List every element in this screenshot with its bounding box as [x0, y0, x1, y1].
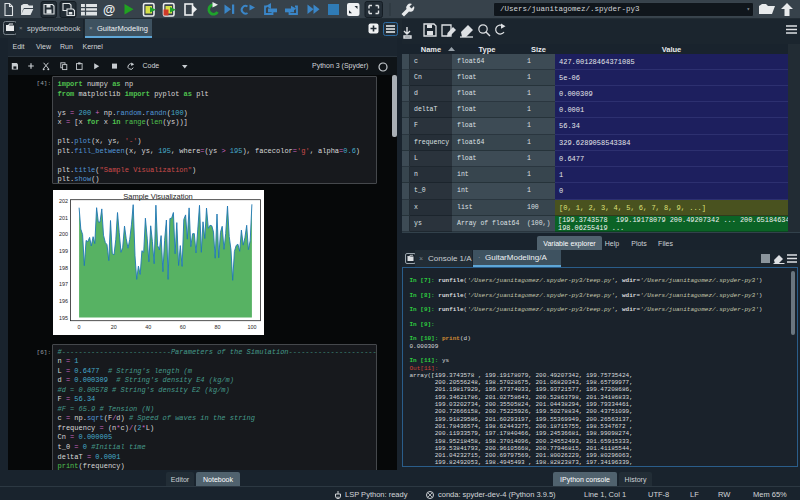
svg-text:200: 200	[59, 231, 68, 237]
svg-text:@: @	[103, 3, 115, 17]
svg-text:20: 20	[110, 324, 116, 330]
svg-text:80: 80	[214, 324, 220, 330]
svg-text:100: 100	[247, 324, 256, 330]
svg-text:199: 199	[59, 248, 68, 254]
svg-text:198: 198	[59, 265, 68, 271]
svg-text:201: 201	[59, 215, 68, 221]
svg-text:195: 195	[59, 315, 68, 321]
svg-text:197: 197	[59, 281, 68, 287]
svg-text:40: 40	[145, 324, 151, 330]
svg-text:0: 0	[77, 324, 80, 330]
svg-text:196: 196	[59, 298, 68, 304]
svg-text:60: 60	[179, 324, 185, 330]
svg-text:202: 202	[59, 198, 68, 204]
